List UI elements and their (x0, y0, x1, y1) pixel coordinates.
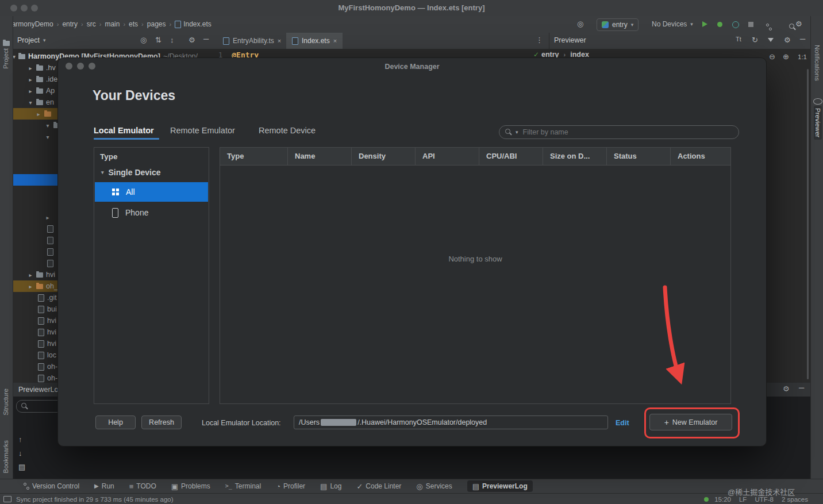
toolwin-profiler[interactable]: ◔Profiler (276, 482, 305, 490)
log-icon: ▤ (320, 483, 327, 490)
chevron-down-icon: ▾ (45, 134, 51, 140)
chevron-down-icon: ▾ (28, 99, 33, 106)
panel-settings-icon[interactable]: ⚙ (189, 36, 195, 44)
chevron-right-icon: ▸ (45, 214, 51, 221)
device-target-icon[interactable]: ◎ (577, 20, 583, 28)
filter-input[interactable] (522, 128, 733, 137)
editor-tab[interactable]: EntryAbility.ts × (217, 33, 287, 49)
tree-item-label: en (46, 98, 54, 106)
col-density[interactable]: Density (352, 148, 416, 165)
tree-item-label: oh- (47, 374, 57, 382)
breadcrumb-item[interactable]: entry (62, 20, 78, 28)
col-cpu-abi[interactable]: CPU/ABI (479, 148, 543, 165)
strip-label-notifications[interactable]: Notifications (814, 45, 821, 81)
phone-icon (112, 208, 118, 218)
settings-gear-icon[interactable]: ⚙ (795, 20, 802, 28)
kebab-menu-icon[interactable]: ⋮ (536, 36, 543, 44)
debug-button[interactable] (717, 22, 722, 27)
strip-label-project[interactable]: Project (2, 48, 9, 69)
scrollbar[interactable] (807, 69, 809, 379)
breadcrumb-item-file[interactable]: Index.ets (183, 20, 211, 28)
type-item-phone[interactable]: Phone (95, 203, 208, 222)
col-size[interactable]: Size on D... (543, 148, 607, 165)
tree-item-label: hvi (47, 328, 56, 336)
tab-local-emulator[interactable]: Local Emulator (94, 126, 154, 135)
services-icon: ◎ (416, 483, 422, 490)
col-api[interactable]: API (416, 148, 479, 165)
window-title: MyFirstHomonyDemo — Index.ets [entry] (0, 3, 823, 12)
device-selector[interactable]: No Devices ▾ (647, 18, 698, 30)
scroll-up-icon[interactable]: ↑ (18, 436, 22, 443)
breadcrumb-item[interactable]: pages (147, 20, 166, 28)
previewer-settings-icon[interactable]: ⚙ (784, 36, 791, 44)
strip-label-bookmarks[interactable]: Bookmarks (2, 440, 9, 474)
type-item-all[interactable]: All (95, 182, 208, 202)
chevron-right-icon: ▸ (28, 272, 33, 278)
sort-icon[interactable]: ↕ (170, 36, 174, 44)
toolwin-services[interactable]: ◎Services (416, 482, 452, 490)
refresh-button[interactable]: Refresh (141, 415, 182, 429)
strip-label-previewer[interactable]: Previewer (814, 106, 822, 140)
run-config-selector[interactable]: entry ▾ (597, 18, 639, 31)
location-field[interactable]: /Users /.Huawei/HarmonyOSEmulator/deploy… (294, 415, 608, 429)
toolwin-version-control[interactable]: Version Control (23, 482, 79, 490)
zoom-out-icon[interactable]: ⊖ (769, 53, 775, 60)
window-titlebar: MyFirstHomonyDemo — Index.ets [entry] (0, 0, 823, 17)
breadcrumb-item[interactable]: src (87, 20, 96, 28)
search-icon (505, 129, 512, 136)
edit-link[interactable]: Edit (616, 419, 629, 427)
type-group-single-device[interactable]: ▾ Single Device (94, 164, 209, 180)
font-size-icon[interactable]: Tt (736, 36, 741, 43)
tree-item-label: loc (47, 351, 56, 359)
editor-tab-active[interactable]: Index.ets × (286, 33, 343, 49)
zoom-ratio[interactable]: 1:1 (798, 53, 807, 60)
location-suffix: /.Huawei/HarmonyOSEmulator/deployed (357, 418, 487, 426)
col-type[interactable]: Type (220, 148, 288, 165)
close-tab-icon[interactable]: × (333, 38, 337, 44)
panel-settings-icon[interactable]: ⚙ (783, 385, 790, 393)
toolwin-todo[interactable]: ≡TODO (129, 482, 156, 490)
toolwin-previewerlog-active[interactable]: ▤PreviewerLog (467, 480, 533, 492)
hide-panel-icon[interactable]: ─ (203, 35, 209, 43)
type-item-label: Phone (125, 208, 148, 217)
col-status[interactable]: Status (607, 148, 671, 165)
close-tab-icon[interactable]: × (278, 38, 281, 44)
refresh-icon[interactable]: ↻ (752, 36, 758, 44)
zoom-in-icon[interactable]: ⊕ (783, 53, 789, 60)
col-name[interactable]: Name (288, 148, 352, 165)
file-icon (47, 260, 53, 267)
filter-funnel-icon[interactable] (768, 38, 774, 42)
toolwin-log[interactable]: ▤Log (320, 482, 341, 490)
chevron-right-icon: › (56, 21, 60, 28)
locate-file-icon[interactable]: ◎ (140, 36, 147, 44)
soft-wrap-icon[interactable]: ▤ (18, 463, 25, 471)
location-label: Local Emulator Location: (202, 419, 281, 427)
run-button[interactable] (702, 21, 707, 27)
strip-label-structure[interactable]: Structure (2, 388, 9, 415)
breadcrumb-item[interactable]: HarmonyDemo (7, 20, 53, 28)
project-panel-header[interactable]: Project ▾ (17, 36, 45, 44)
folder-icon (36, 284, 43, 289)
col-actions[interactable]: Actions (671, 148, 729, 165)
tree-item-label: .hv (46, 64, 56, 72)
profiler-button[interactable] (732, 21, 739, 28)
toolwin-code-linter[interactable]: ✓Code Linter (356, 482, 401, 490)
tab-remote-device[interactable]: Remote Device (259, 126, 316, 135)
toolwin-terminal[interactable]: >_Terminal (225, 482, 261, 490)
device-selector-label: No Devices (652, 20, 687, 28)
scroll-down-icon[interactable]: ↓ (18, 449, 22, 457)
hide-previewer-icon[interactable]: ─ (800, 35, 805, 43)
breadcrumb-item[interactable]: main (105, 20, 120, 28)
tab-remote-emulator[interactable]: Remote Emulator (170, 126, 235, 135)
terminal-icon: >_ (225, 483, 232, 489)
expand-collapse-icon[interactable]: ⇅ (155, 36, 161, 44)
project-tool-icon[interactable] (3, 41, 10, 46)
help-button[interactable]: Help (95, 415, 136, 429)
breadcrumb-item[interactable]: ets (129, 20, 138, 28)
toolwin-run[interactable]: ▶Run (94, 482, 114, 490)
filter-field[interactable]: ▾ (499, 125, 739, 139)
version-control-icon[interactable] (766, 24, 772, 30)
toolwin-problems[interactable]: ▣Problems (171, 482, 210, 490)
hide-panel-icon[interactable]: ─ (799, 384, 804, 391)
stop-button[interactable] (748, 22, 753, 27)
